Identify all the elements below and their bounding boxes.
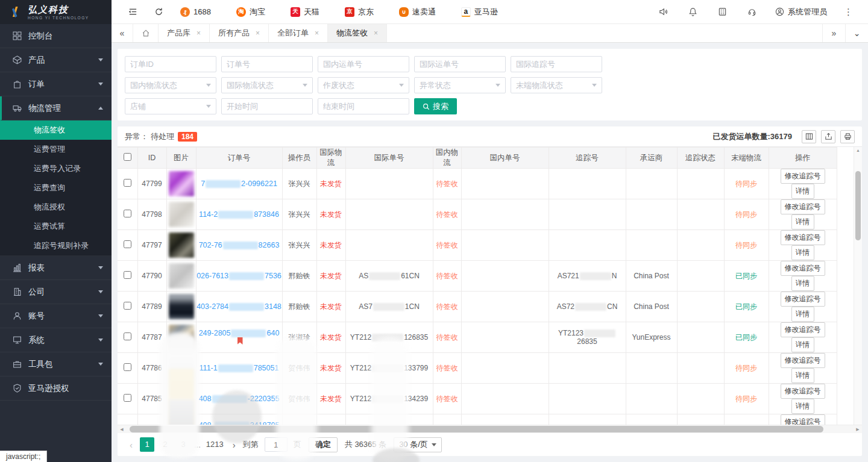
home-tab-icon[interactable] — [133, 24, 159, 42]
horizontal-scrollbar[interactable]: ◀ ▶ — [118, 425, 862, 433]
row-checkbox[interactable] — [124, 332, 131, 340]
edit-tracking-button[interactable]: 修改追踪号 — [781, 414, 825, 425]
sidebar-item-tracking-rule[interactable]: 追踪号规则补录 — [0, 236, 112, 255]
platform-1688[interactable]: ₰ 1688 — [180, 7, 211, 17]
prev-page-icon[interactable]: ‹ — [126, 440, 136, 450]
close-icon[interactable]: × — [315, 29, 319, 37]
select-all-checkbox[interactable] — [124, 153, 131, 161]
platform-tmall[interactable]: 天 天猫 — [291, 7, 319, 17]
edit-tracking-button[interactable]: 修改追踪号 — [781, 384, 825, 399]
detail-button[interactable]: 详情 — [791, 184, 814, 199]
detail-button[interactable]: 详情 — [791, 368, 814, 383]
order-number-link[interactable]: 111-1785051 — [200, 364, 279, 372]
detail-button[interactable]: 详情 — [791, 245, 814, 260]
product-image[interactable] — [169, 399, 194, 425]
detail-button[interactable]: 详情 — [791, 307, 814, 322]
edit-tracking-button[interactable]: 修改追踪号 — [781, 261, 825, 276]
order-number-link[interactable]: 249-2805640 — [199, 329, 280, 346]
sidebar-item-logistics-auth[interactable]: 物流授权 — [0, 198, 112, 217]
notification-bell-icon[interactable] — [688, 7, 697, 16]
product-image[interactable] — [169, 233, 194, 258]
search-button[interactable]: 搜索 — [414, 98, 457, 114]
detail-button[interactable]: 详情 — [791, 399, 814, 414]
order-id-input[interactable] — [125, 56, 216, 72]
start-time-input[interactable] — [221, 98, 313, 114]
product-image[interactable] — [169, 202, 194, 227]
row-checkbox[interactable] — [124, 302, 131, 310]
domestic-waybill-input[interactable] — [318, 56, 409, 72]
product-image[interactable] — [169, 171, 194, 196]
tabs-menu-icon[interactable]: ⌄ — [845, 24, 868, 42]
scroll-left-icon[interactable]: ◀ — [118, 427, 126, 432]
row-checkbox[interactable] — [124, 363, 131, 371]
scroll-right-icon[interactable]: ▶ — [854, 427, 862, 432]
sidebar-item-amazon-auth[interactable]: 亚马逊授权 — [0, 376, 112, 401]
tabs-scroll-right-icon[interactable]: » — [822, 24, 845, 42]
export-button[interactable] — [821, 130, 835, 143]
shop-select[interactable]: 店铺 — [125, 98, 216, 114]
announcement-icon[interactable] — [659, 7, 668, 16]
row-checkbox[interactable] — [124, 210, 131, 217]
user-menu[interactable]: 系统管理员 — [775, 7, 827, 17]
row-checkbox[interactable] — [124, 240, 131, 248]
tab-all-orders[interactable]: 全部订单× — [269, 24, 328, 42]
sidebar-item-logistics[interactable]: 物流管理 — [0, 96, 112, 120]
horizontal-scroll-thumb[interactable] — [130, 426, 823, 432]
edit-tracking-button[interactable]: 修改追踪号 — [781, 169, 825, 184]
platform-amazon[interactable]: a 亚马逊 — [461, 7, 498, 17]
order-no-input[interactable] — [221, 56, 313, 72]
row-checkbox[interactable] — [124, 271, 131, 279]
edit-tracking-button[interactable]: 修改追踪号 — [781, 322, 825, 337]
vertical-scroll-thumb[interactable] — [855, 171, 861, 240]
order-number-link[interactable]: 026-76137536 — [197, 272, 281, 280]
sidebar-item-account[interactable]: 账号 — [0, 304, 112, 328]
sidebar-item-freight-import[interactable]: 运费导入记录 — [0, 159, 112, 178]
tab-logistics-sign[interactable]: 物流签收× — [328, 24, 387, 42]
intl-logistics-status-select[interactable]: 国际物流状态 — [221, 77, 313, 93]
row-checkbox[interactable] — [124, 179, 131, 187]
goto-page-input[interactable] — [265, 437, 288, 452]
void-status-select[interactable]: 作废状态 — [318, 77, 409, 93]
calculator-icon[interactable] — [718, 7, 727, 16]
sidebar-item-dashboard[interactable]: 控制台 — [0, 24, 112, 48]
tab-product-library[interactable]: 产品库× — [159, 24, 210, 42]
next-page-icon[interactable]: › — [229, 440, 239, 450]
platform-aliexpress[interactable]: ∪ 速卖通 — [399, 7, 436, 17]
page-number[interactable]: 2 — [158, 437, 172, 452]
sidebar-item-freight-trial[interactable]: 运费试算 — [0, 217, 112, 236]
platform-taobao[interactable]: 淘 淘宝 — [236, 7, 265, 17]
row-checkbox[interactable] — [124, 394, 131, 402]
close-icon[interactable]: × — [197, 29, 201, 37]
print-button[interactable] — [840, 130, 855, 143]
menu-fold-icon[interactable] — [128, 7, 137, 16]
confirm-button[interactable]: 确定 — [309, 437, 338, 452]
end-logistics-status-select[interactable]: 末端物流状态 — [511, 77, 602, 93]
order-number-link[interactable]: 702-7682663 — [199, 241, 280, 249]
page-size-select[interactable]: 30 条/页 — [394, 437, 442, 452]
more-options-icon[interactable]: ⋮ — [844, 7, 854, 17]
column-settings-button[interactable] — [802, 130, 816, 143]
sidebar-item-system[interactable]: 系统 — [0, 328, 112, 352]
tabs-scroll-left-icon[interactable]: « — [112, 24, 133, 42]
platform-jd[interactable]: 京 京东 — [345, 7, 374, 17]
product-image[interactable] — [169, 294, 194, 319]
sidebar-item-logistics-sign[interactable]: 物流签收 — [0, 120, 112, 140]
page-number[interactable]: 1 — [140, 437, 154, 452]
sidebar-item-freight-manage[interactable]: 运费管理 — [0, 140, 112, 159]
end-time-input[interactable] — [318, 98, 409, 114]
exception-status-select[interactable]: 异常状态 — [414, 77, 506, 93]
order-number-link[interactable]: 408-2220355 — [199, 395, 280, 403]
edit-tracking-button[interactable]: 修改追踪号 — [781, 199, 825, 214]
edit-tracking-button[interactable]: 修改追踪号 — [781, 353, 825, 368]
sidebar-item-order[interactable]: 订单 — [0, 72, 112, 96]
headset-icon[interactable] — [747, 7, 756, 16]
intl-waybill-input[interactable] — [414, 56, 506, 72]
order-number-link[interactable]: 408-3418705 — [199, 421, 280, 425]
intl-tracking-input[interactable] — [511, 56, 602, 72]
order-number-link[interactable]: 403-27843148 — [197, 302, 281, 311]
sidebar-item-freight-query[interactable]: 运费查询 — [0, 178, 112, 198]
sidebar-item-company[interactable]: 公司 — [0, 280, 112, 304]
vertical-scrollbar[interactable]: ▲ — [854, 147, 862, 425]
sidebar-item-toolbox[interactable]: 工具包 — [0, 352, 112, 376]
order-number-link[interactable]: 72-0996221 — [201, 179, 277, 188]
